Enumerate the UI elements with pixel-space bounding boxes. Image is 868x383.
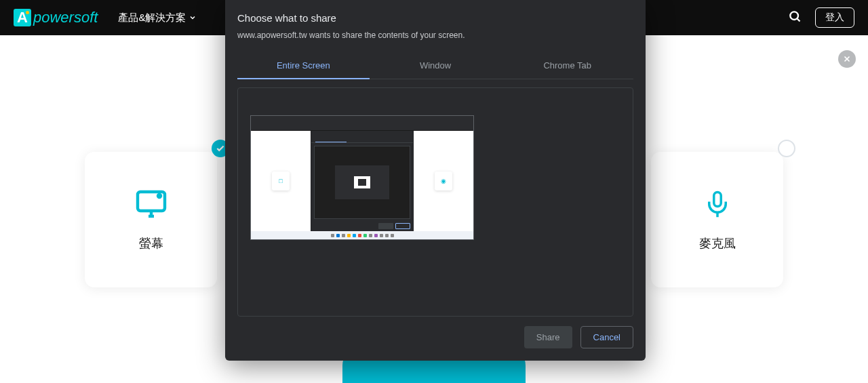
share-button[interactable]: Share: [524, 326, 572, 348]
svg-point-7: [158, 195, 161, 197]
nav-products-dropdown[interactable]: 產品&解決方案: [118, 12, 197, 24]
card-screen-label: 螢幕: [139, 235, 163, 251]
card-microphone[interactable]: 麥克風: [651, 152, 783, 287]
screen-thumbnail[interactable]: □ ◉: [250, 115, 474, 240]
login-button[interactable]: 登入: [815, 7, 854, 28]
navbar-right: 登入: [788, 7, 854, 28]
close-overlay-button[interactable]: [838, 50, 856, 68]
modal-title: Choose what to share: [237, 12, 633, 24]
brand-logo[interactable]: A powersoft: [14, 9, 98, 26]
svg-line-1: [797, 18, 800, 21]
modal-tabs: Entire Screen Window Chrome Tab: [237, 52, 633, 79]
cancel-button[interactable]: Cancel: [580, 326, 633, 348]
logo-text: powersoft: [33, 9, 98, 26]
card-screen[interactable]: 螢幕: [85, 152, 217, 287]
navbar-left: A powersoft 產品&解決方案: [14, 9, 197, 26]
tab-entire-screen[interactable]: Entire Screen: [237, 52, 370, 79]
svg-point-0: [790, 12, 798, 20]
modal-description: www.apowersoft.tw wants to share the con…: [237, 31, 633, 40]
card-mic-label: 麥克風: [699, 235, 736, 251]
thumb-taskbar: [251, 231, 473, 239]
microphone-icon: [703, 188, 732, 223]
thumb-center-modal: [311, 131, 413, 231]
thumb-left-panel: □: [251, 131, 311, 231]
modal-actions: Share Cancel: [225, 317, 646, 361]
thumb-browser-chrome: [251, 116, 473, 131]
tab-window[interactable]: Window: [370, 52, 502, 79]
screen-preview-area: □ ◉: [237, 87, 633, 317]
chevron-down-icon: [189, 12, 197, 24]
search-icon[interactable]: [788, 9, 802, 26]
monitor-icon: [135, 188, 167, 223]
modal-header: Choose what to share www.apowersoft.tw w…: [225, 0, 646, 47]
card-mic-radio[interactable]: [778, 140, 795, 157]
nav-products-label: 產品&解決方案: [118, 12, 186, 24]
screen-share-modal: Choose what to share www.apowersoft.tw w…: [225, 0, 646, 361]
logo-badge: A: [14, 9, 31, 26]
svg-rect-8: [713, 193, 721, 207]
tab-chrome-tab[interactable]: Chrome Tab: [501, 52, 633, 79]
thumb-right-panel: ◉: [414, 131, 473, 231]
